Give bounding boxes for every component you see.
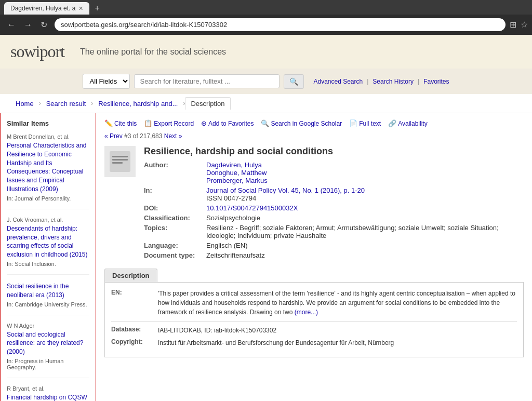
author-label: Author: [144,161,201,184]
address-bar[interactable] [55,18,506,31]
desc-en-row: EN: 'This paper provides a critical asse… [111,289,517,317]
availability-label: Availability [398,120,427,127]
author-link-3[interactable]: Promberger, Markus [206,177,268,184]
language-value: Englisch (EN) [206,242,247,249]
forward-button[interactable]: → [21,18,35,32]
similar-link-3[interactable]: Social resilience in the neoliberal era … [7,283,69,299]
tab-bar: Dagdeviren, Hulya et. a ✕ + [0,0,532,15]
topics-value: Resilienz - Begriff; soziale Faktoren; A… [206,224,524,239]
similar-link-5[interactable]: Financial hardship on CQSW courses (1986… [7,394,87,401]
favorites-label: Add to Favorites [208,120,254,127]
extensions-icon[interactable]: ⊞ [510,20,516,30]
search-input[interactable] [134,74,280,88]
similar-author-2: J. Cok Vrooman, et al. [7,217,89,223]
doctype-label: Document type: [144,251,201,259]
svg-rect-0 [110,151,130,172]
record-position: #3 of 217,683 [124,132,162,140]
desc-en-text: 'This paper provides a critical assessme… [158,289,517,317]
record-box: Resilience, hardship and social conditio… [104,146,524,261]
classification-label: Classification: [144,214,201,222]
doctype-value: Zeitschriftenaufsatz [206,251,265,259]
similar-source-3: In: Cambridge University Press. [7,301,89,308]
svg-rect-2 [112,159,128,161]
meta-doctype-row: Document type: Zeitschriftenaufsatz [144,251,524,259]
availability-link[interactable]: 🔗 Availability [388,119,427,127]
doi-link[interactable]: 10.1017/S004727941500032X [206,204,298,212]
browser-chrome: ← → ↻ ⊞ ☆ [0,15,532,35]
logo: sowiport [10,42,64,61]
tagline: The online portal for the social science… [80,47,226,57]
doi-value: 10.1017/S004727941500032X [206,204,298,212]
refresh-button[interactable]: ↻ [37,18,50,32]
scholar-icon: 🔍 [261,119,269,127]
tab-description[interactable]: Description [104,269,157,282]
field-select[interactable]: All Fields [83,74,130,89]
desc-more-link[interactable]: (more...) [295,309,318,316]
list-item: R Bryant, et al. Financial hardship on C… [7,385,89,401]
list-item: M Brent Donnellan, et al. Personal Chara… [7,133,89,209]
svg-rect-1 [112,156,128,157]
tab-close-icon[interactable]: ✕ [78,5,83,12]
meta-doi-row: DOI: 10.1017/S004727941500032X [144,204,524,212]
fulltext-link[interactable]: 📄 Full text [349,119,381,127]
bookmark-icon[interactable]: ☆ [521,20,528,30]
sidebar-title: Similar Items [7,119,89,127]
author-link-2[interactable]: Donoghue, Matthew [206,169,267,177]
list-item: W N Adger Social and ecological resilien… [7,323,89,378]
description-tab: Description EN: 'This paper provides a c… [104,269,524,357]
search-button[interactable]: 🔍 [284,74,304,89]
browser-tab[interactable]: Dagdeviren, Hulya et. a ✕ [4,2,89,15]
cite-icon: ✏️ [104,119,113,127]
search-history-link[interactable]: Search History [373,78,414,85]
nav-controls: ← → ↻ [4,18,50,32]
action-bar: ✏️ Cite this 📋 Export Record ⊕ Add to Fa… [104,119,524,127]
similar-source-2: In: Social Inclusion. [7,261,89,267]
svg-rect-3 [112,162,123,164]
google-scholar-link[interactable]: 🔍 Search in Google Scholar [261,119,342,127]
export-label: Export Record [154,120,194,127]
in-label: In: [144,186,201,202]
copyright-label: Copyright: [111,338,153,347]
divider [111,321,517,322]
scholar-label: Search in Google Scholar [271,120,342,127]
record-title: Resilience, hardship and social conditio… [144,146,524,157]
meta-in-row: In: Journal of Social Policy Vol. 45, No… [144,186,524,202]
similar-link-2[interactable]: Descendants of hardship: prevalence, dri… [7,225,87,258]
record-nav: « Prev #3 of 217,683 Next » [104,132,524,140]
record-type-icon [104,146,136,177]
export-record-link[interactable]: 📋 Export Record [144,119,194,127]
similar-source-4: In: Progress in Human Geography. [7,358,89,370]
prev-record-link[interactable]: « Prev [104,132,123,140]
in-value: Journal of Social Policy Vol. 45, No. 1 … [206,186,365,202]
new-tab-button[interactable]: + [91,3,102,14]
add-favorites-link[interactable]: ⊕ Add to Favorites [201,119,254,127]
author-link-1[interactable]: Dagdeviren, Hulya [206,161,262,169]
advanced-search-link[interactable]: Advanced Search [313,78,363,85]
record-meta: Author: Dagdeviren, Hulya Donoghue, Matt… [144,161,524,259]
export-icon: 📋 [144,119,152,127]
cite-this-link[interactable]: ✏️ Cite this [104,119,137,127]
browser-icons: ⊞ ☆ [510,20,528,30]
meta-language-row: Language: Englisch (EN) [144,242,524,249]
breadcrumb-resilience[interactable]: Resilience, hardship and... [93,98,183,110]
favorites-link[interactable]: Favorites [423,78,449,85]
sidebar: Similar Items M Brent Donnellan, et al. … [0,113,96,401]
desc-copyright-row: Copyright: Institut für Arbeitsmarkt- un… [111,338,517,347]
similar-source-1: In: Journal of Personality. [7,195,89,202]
back-button[interactable]: ← [4,18,19,32]
breadcrumb: Home › Search result › Resilience, hards… [0,94,532,113]
tab-content: EN: 'This paper provides a critical asse… [104,282,524,357]
journal-link[interactable]: Journal of Social Policy Vol. 45, No. 1 … [206,186,365,194]
search-bar: All Fields 🔍 Advanced Search | Search Hi… [0,69,532,94]
similar-link-1[interactable]: Personal Characteristics and Resilience … [7,142,86,193]
similar-link-4[interactable]: Social and ecological resilience: are th… [7,331,83,356]
next-record-link[interactable]: Next » [164,132,182,140]
breadcrumb-home[interactable]: Home [10,98,39,110]
cite-label: Cite this [114,120,137,127]
issn-value: ISSN 0047-2794 [206,194,256,202]
main-content: Similar Items M Brent Donnellan, et al. … [0,113,532,401]
author-value: Dagdeviren, Hulya Donoghue, Matthew Prom… [206,161,268,184]
breadcrumb-search-result[interactable]: Search result [41,98,91,110]
record-details: Resilience, hardship and social conditio… [144,146,524,261]
meta-topics-row: Topics: Resilienz - Begriff; soziale Fak… [144,224,524,239]
